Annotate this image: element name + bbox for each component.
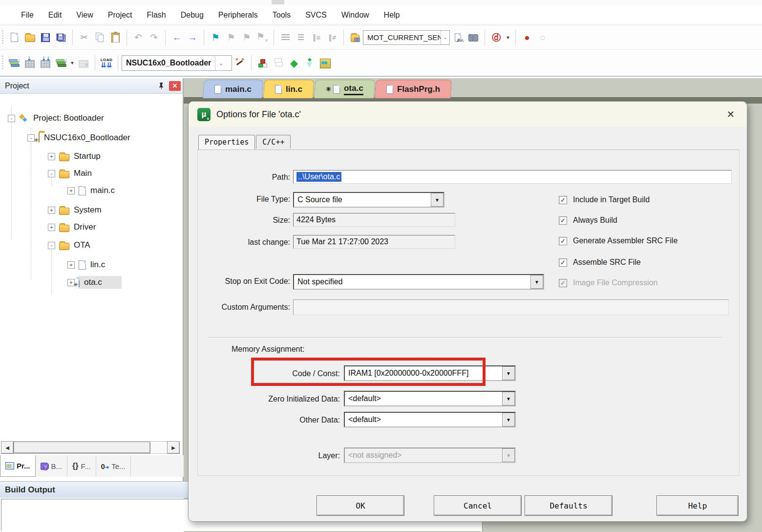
zero-init-dropdown-icon[interactable]: ▼ <box>502 392 515 405</box>
stop-on-exit-combo[interactable]: Not specified ▼ <box>293 274 544 290</box>
select-software-packs-icon[interactable] <box>302 55 318 71</box>
checkbox-icon[interactable]: ✓ <box>559 237 567 245</box>
pack-installer-icon[interactable] <box>318 55 333 71</box>
expand-icon[interactable]: + <box>48 153 55 160</box>
batch-build-dropdown-icon[interactable]: ▼ <box>69 55 76 71</box>
tab-templates[interactable]: 0 Te... <box>96 455 131 477</box>
menu-help[interactable]: Help <box>377 8 407 22</box>
incremental-find-icon[interactable]: ↓ <box>466 29 481 46</box>
expand-icon[interactable]: + <box>67 261 75 269</box>
target-selector[interactable]: NSUC16x0_Bootloader ⌄ <box>122 55 232 71</box>
undo-icon[interactable]: ↶ <box>130 29 146 46</box>
cut-icon[interactable]: ✂ <box>76 29 92 46</box>
tab-properties[interactable]: Properties <box>198 135 255 149</box>
stop-build-icon[interactable]: ✕ <box>76 55 91 71</box>
search-box[interactable]: MOT_CURRENT_SENSE_L ⌄ <box>363 30 450 45</box>
next-bookmark-icon[interactable]: ⚑ <box>239 29 254 46</box>
tree-item-main-c[interactable]: + main.c <box>67 182 115 199</box>
collapse-icon[interactable]: - <box>48 170 55 177</box>
uncomment-icon[interactable]: ∥≠ <box>324 29 340 46</box>
menu-debug[interactable]: Debug <box>173 8 211 22</box>
search-box-value[interactable]: MOT_CURRENT_SENSE_L <box>363 33 441 42</box>
tree-item-driver[interactable]: + Driver <box>48 218 96 236</box>
pin-icon[interactable] <box>156 81 166 91</box>
stop-on-exit-dropdown-icon[interactable]: ▼ <box>530 275 543 289</box>
collapse-icon[interactable]: - <box>48 242 55 249</box>
other-data-combo[interactable]: <default> ▼ <box>344 412 516 427</box>
dialog-close-icon[interactable]: ✕ <box>723 107 738 122</box>
menu-file[interactable]: File <box>14 8 41 22</box>
checkbox-icon[interactable]: ✓ <box>559 196 567 204</box>
menu-window[interactable]: Window <box>334 8 377 22</box>
d-lookup-dropdown-icon[interactable]: ▼ <box>504 29 512 46</box>
expand-icon[interactable]: + <box>48 224 55 231</box>
navigate-back-icon[interactable]: ← <box>169 29 185 46</box>
build-icon[interactable]: ⇣ <box>22 55 38 71</box>
dialog-titlebar[interactable]: µs Options for File 'ota.c' ✕ <box>189 102 747 127</box>
tree-horizontal-scrollbar[interactable]: ◀ ▶ <box>1 441 180 454</box>
tree-item-project-root[interactable]: - Project: Bootloader <box>8 109 104 127</box>
scroll-right-icon[interactable]: ▶ <box>167 441 180 454</box>
tree-item-system[interactable]: + System <box>48 201 102 219</box>
editor-tab-main-c[interactable]: main.c <box>203 80 264 98</box>
editor-tab-ota-c[interactable]: ✳ ota.c <box>314 80 375 98</box>
checkbox-assemble-src-file[interactable]: ✓ Assemble SRC File <box>559 258 641 267</box>
batch-build-icon[interactable]: ↓ <box>53 55 69 71</box>
insert-breakpoint-icon[interactable]: ● <box>519 29 535 46</box>
tree-item-nsuc16x0-bootloader[interactable]: - ✳ NSUC16x0_Bootloader <box>27 129 130 147</box>
rebuild-icon[interactable]: ⇣⇣ <box>38 55 53 71</box>
indent-icon[interactable] <box>277 29 293 46</box>
file-type-dropdown-icon[interactable]: ▼ <box>431 193 444 207</box>
tree-item-startup[interactable]: + Startup <box>48 148 101 165</box>
options-for-target-icon[interactable] <box>232 55 248 71</box>
help-button[interactable]: Help <box>656 495 739 516</box>
menu-edit[interactable]: Edit <box>41 8 69 22</box>
copy-icon[interactable] <box>92 29 107 46</box>
outdent-icon[interactable] <box>293 29 309 46</box>
menu-tools[interactable]: Tools <box>265 8 298 22</box>
file-type-combo[interactable]: C Source file ▼ <box>293 192 444 208</box>
tab-functions[interactable]: {} F... <box>67 455 96 477</box>
d-lookup-icon[interactable]: ⓓ <box>488 29 504 46</box>
run-time-environment-icon[interactable]: ◆ <box>286 55 302 71</box>
editor-tab-flashprg-h[interactable]: FlashPrg.h <box>375 80 452 98</box>
tab-c-cpp[interactable]: C/C++ <box>256 135 291 149</box>
target-selector-value[interactable]: NSUC16x0_Bootloader <box>122 59 215 67</box>
toolbar-grip-2[interactable] <box>2 56 3 70</box>
enable-breakpoint-icon[interactable]: ○ <box>535 29 550 46</box>
tab-project[interactable]: Pr... <box>0 455 36 477</box>
scroll-left-icon[interactable]: ◀ <box>1 441 14 454</box>
copy-windows-icon[interactable] <box>271 55 286 71</box>
expand-icon[interactable]: + <box>67 187 75 194</box>
translate-icon[interactable]: ↓ <box>6 55 22 71</box>
checkbox-always-build[interactable]: ✓ Always Build <box>559 216 617 225</box>
scrollbar-thumb[interactable] <box>14 442 150 453</box>
menu-flash[interactable]: Flash <box>140 8 173 22</box>
redo-icon[interactable]: ↷ <box>146 29 162 46</box>
tree-item-main-group[interactable]: - Main <box>48 165 92 182</box>
paste-icon[interactable] <box>107 29 123 46</box>
find-next-icon[interactable]: 🔎︎A <box>450 29 466 46</box>
insert-bookmark-icon[interactable]: ⚑ <box>208 29 223 46</box>
target-selector-dropdown-icon[interactable]: ⌄ <box>215 56 227 70</box>
close-panel-icon[interactable]: ✕ <box>169 81 181 91</box>
find-in-files-icon[interactable] <box>347 29 363 46</box>
collapse-icon[interactable]: - <box>8 115 15 122</box>
prev-bookmark-icon[interactable]: ⚑ <box>223 29 239 46</box>
tree-item-ota-c-selected[interactable]: + ✳ ota.c <box>67 274 122 291</box>
editor-tab-lin-c[interactable]: lin.c <box>263 80 315 98</box>
defaults-button[interactable]: Defaults <box>525 495 613 516</box>
scrollbar-track[interactable] <box>14 441 167 454</box>
ok-button[interactable]: OK <box>317 495 404 516</box>
tree-item-lin-c[interactable]: + lin.c <box>67 256 105 274</box>
menu-peripherals[interactable]: Peripherals <box>211 8 265 22</box>
comment-icon[interactable]: ∥≡ <box>309 29 324 46</box>
cancel-button[interactable]: Cancel <box>434 495 522 516</box>
menu-project[interactable]: Project <box>101 8 140 22</box>
load-icon[interactable]: LOAD⇊⇊ <box>99 55 114 71</box>
manage-components-icon[interactable] <box>255 55 271 71</box>
path-field[interactable]: ..\User\ota.c <box>293 170 732 184</box>
open-file-icon[interactable] <box>22 29 38 46</box>
new-file-icon[interactable] <box>6 29 22 46</box>
zero-init-combo[interactable]: <default> ▼ <box>344 391 516 406</box>
